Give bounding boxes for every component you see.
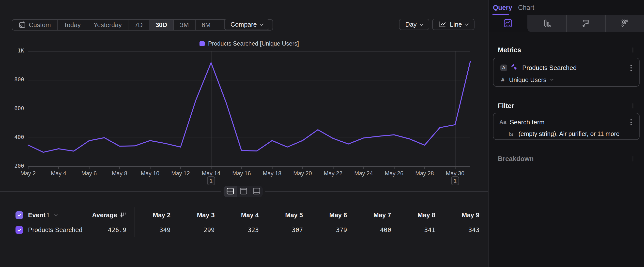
range-button-7d[interactable]: 7D [128, 20, 149, 30]
range-label: Today [64, 21, 81, 29]
range-label: 30D [156, 21, 167, 29]
active-tab-underline [492, 14, 509, 15]
add-filter-icon[interactable] [629, 102, 636, 110]
tab-query-label: Query [493, 4, 512, 11]
panel-body: Metrics A Products Searched # Unique Use… [488, 32, 644, 267]
x-axis-label: May 26 [377, 170, 411, 177]
range-label: Yesterday [94, 21, 122, 29]
day-column-header[interactable]: May 8 [400, 211, 444, 219]
series-line[interactable] [28, 61, 470, 152]
day-column-header[interactable]: May 7 [356, 211, 400, 219]
event-header-label: Event1 [28, 211, 50, 219]
day-value-cell: 307 [268, 226, 312, 233]
report-main: CustomTodayYesterday7D30D3M6M12MXTD Comp… [0, 0, 488, 267]
filter-section-header: Filter [498, 102, 636, 110]
y-axis-label: 800 [4, 76, 24, 83]
tab-chart[interactable]: Chart [518, 4, 534, 12]
chart-type-label: Line [450, 21, 462, 28]
range-button-today[interactable]: Today [57, 20, 87, 30]
granularity-button[interactable]: Day [399, 19, 429, 30]
day-column-header[interactable]: May 2 [135, 211, 179, 219]
range-label: 6M [202, 21, 210, 29]
chevron-down-icon [465, 22, 469, 26]
analytics-app: CustomTodayYesterday7D30D3M6M12MXTD Comp… [0, 0, 644, 267]
chart-legend[interactable]: Products Searched [Unique Users] [28, 40, 470, 47]
compare-button[interactable]: Compare [224, 19, 269, 30]
day-column-header[interactable]: May 5 [268, 211, 312, 219]
panel-header: Query Chart [488, 0, 644, 15]
string-type-icon: Aa [499, 119, 506, 125]
x-axis-label: May 6 [72, 170, 106, 177]
day-column-header[interactable]: May 3 [179, 211, 223, 219]
y-axis-label: 1K [4, 48, 24, 54]
average-header-cell[interactable]: Average [84, 207, 135, 223]
day-column-header[interactable]: May 6 [312, 211, 356, 219]
chevron-down-icon [260, 22, 264, 26]
sort-icon [120, 212, 126, 218]
compare-label: Compare [230, 21, 257, 28]
legend-label: Products Searched [Unique Users] [208, 40, 299, 47]
row-checkbox[interactable] [16, 226, 23, 234]
filter-property-name: Search term [510, 118, 544, 126]
table-only-button[interactable] [250, 186, 263, 197]
day-column-header[interactable]: May 9 [444, 211, 488, 219]
chart-plot-area[interactable] [28, 51, 470, 166]
filter-operator[interactable]: Is [508, 131, 513, 137]
range-button-yesterday[interactable]: Yesterday [87, 20, 128, 30]
annotation-badge[interactable]: 1 [451, 176, 459, 185]
event-count: 1 [46, 211, 50, 219]
select-all-checkbox[interactable] [16, 211, 23, 219]
chart-type-button[interactable]: Line [432, 19, 474, 30]
table-row: Products Searched [Un... 426.9 349299323… [0, 223, 488, 237]
aggregation-selector[interactable]: Unique Users [509, 76, 546, 84]
legend-swatch [200, 41, 205, 46]
chevron-down-icon [550, 78, 554, 81]
report-tab-retention[interactable] [605, 15, 644, 32]
range-label: 7D [134, 21, 143, 29]
x-axis-label: May 16 [224, 170, 259, 177]
day-column-header[interactable]: May 4 [223, 211, 268, 219]
range-label: 3M [180, 21, 189, 29]
retention-icon [620, 19, 630, 29]
chart-controls: Day Line [399, 19, 474, 30]
report-tab-bar-chart[interactable] [528, 15, 566, 32]
tab-query[interactable]: Query [493, 4, 512, 12]
metric-card[interactable]: A Products Searched # Unique Users [493, 58, 640, 87]
range-button-3m[interactable]: 3M [174, 20, 195, 30]
filter-card[interactable]: Aa Search term Is (empty string), Air pu… [493, 113, 640, 140]
split-view-button[interactable] [224, 186, 237, 197]
x-axis-label: May 20 [285, 170, 320, 177]
filter-value[interactable]: (empty string), Air purifier, or 11 more [518, 130, 620, 137]
chevron-down-icon [54, 213, 58, 216]
annotation-badge[interactable]: 1 [207, 176, 215, 185]
event-name-cell[interactable]: Products Searched [Un... [0, 226, 84, 234]
range-button-30d[interactable]: 30D [149, 20, 174, 30]
breakdown-title: Breakdown [498, 155, 534, 163]
report-tab-flows[interactable] [566, 15, 605, 32]
add-breakdown-icon[interactable] [629, 155, 636, 163]
report-toolbar: CustomTodayYesterday7D30D3M6M12MXTD Comp… [12, 19, 477, 31]
day-value-cell: 323 [223, 226, 268, 233]
tab-chart-label: Chart [518, 4, 534, 11]
kebab-menu-icon[interactable] [630, 119, 633, 125]
line-chart-icon [438, 21, 446, 28]
chart-only-button[interactable] [237, 186, 250, 197]
y-axis-label: 400 [4, 134, 24, 140]
range-button-custom[interactable]: Custom [12, 20, 57, 30]
x-axis-label: May 24 [346, 170, 381, 177]
line-chart[interactable]: 1K800600400200May 2May 4May 6May 8May 10… [28, 51, 470, 166]
table-header-row: Event1 Average May 2May 3May 4May 5May 6… [0, 207, 488, 223]
results-table: Event1 Average May 2May 3May 4May 5May 6… [0, 207, 488, 237]
day-header-cells: May 2May 3May 4May 5May 6May 7May 8May 9 [135, 211, 488, 219]
report-tab-insights[interactable] [488, 15, 528, 32]
metrics-section-header: Metrics [498, 46, 636, 54]
x-axis-label: May 8 [102, 170, 137, 177]
day-value-cell: 299 [179, 226, 223, 233]
range-button-6m[interactable]: 6M [195, 20, 217, 30]
day-value-cell: 400 [356, 226, 400, 233]
event-header-cell[interactable]: Event1 [0, 211, 84, 219]
add-metric-icon[interactable] [629, 46, 636, 54]
granularity-label: Day [406, 21, 417, 28]
calendar-icon [18, 21, 26, 29]
kebab-menu-icon[interactable] [630, 65, 633, 71]
